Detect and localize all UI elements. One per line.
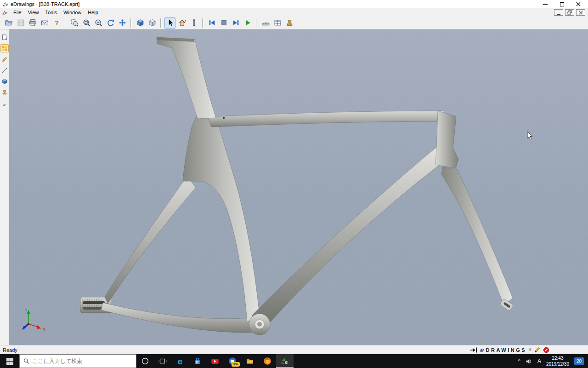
- zoom-area-button[interactable]: [81, 17, 92, 29]
- animation-previous-icon: [208, 19, 216, 27]
- window-title: eDrawings - [B38-TRACK.eprt]: [11, 1, 79, 7]
- unread-badge: 99+: [232, 362, 240, 367]
- menu-help[interactable]: Help: [85, 8, 102, 17]
- hidden-icons-chevron[interactable]: ^: [518, 358, 520, 364]
- firefox-browser-icon[interactable]: [259, 354, 276, 368]
- sheets-icon: [1, 34, 8, 40]
- 3d-drawing-view-icon: [190, 19, 198, 27]
- brand-text: DRAWINGS: [486, 347, 527, 353]
- youtube-play-icon: [210, 356, 220, 366]
- send-icon: [41, 19, 49, 27]
- mass-properties-icon: [274, 19, 282, 27]
- minimize-button[interactable]: [543, 1, 548, 7]
- toolbar-separator: [65, 18, 66, 28]
- rotate-view-button[interactable]: [105, 17, 116, 29]
- statusbar-stop-markup-icon[interactable]: [543, 347, 549, 353]
- title-bar: e eDrawings - [B38-TRACK.eprt]: [0, 0, 588, 8]
- clock-date: 2019/12/30: [546, 361, 569, 367]
- head-tube: [435, 111, 458, 168]
- 3d-drawing-view-button[interactable]: [188, 17, 199, 29]
- menu-window[interactable]: Window: [60, 8, 85, 17]
- ime-mode-indicator[interactable]: A: [537, 358, 541, 364]
- taskbar-search[interactable]: [19, 354, 136, 368]
- animation-play-button[interactable]: [242, 17, 253, 29]
- help-icon: ?: [53, 19, 61, 27]
- toolbar-separator: [130, 18, 132, 28]
- stamp-icon: [286, 19, 294, 27]
- close-icon: [576, 2, 581, 6]
- send-button[interactable]: [39, 17, 50, 29]
- firefox-icon: [263, 356, 272, 366]
- hidden-lines-view-button[interactable]: [147, 17, 158, 29]
- select-button[interactable]: [164, 17, 175, 29]
- dimensions-panel-button[interactable]: [0, 66, 9, 75]
- home-view-button[interactable]: [176, 17, 187, 29]
- shaded-view-button[interactable]: [135, 17, 146, 29]
- menu-bar: e File View Tools Window Help: [0, 8, 588, 17]
- statusbar-markup-icon[interactable]: [534, 346, 541, 353]
- file-explorer-icon[interactable]: [241, 354, 259, 368]
- folder-icon: [245, 356, 254, 366]
- animation-next-button[interactable]: [230, 17, 241, 29]
- edrawings-brand: e DRAWINGS ®: [469, 346, 549, 353]
- menu-file[interactable]: File: [10, 8, 25, 17]
- child-minimize-button[interactable]: [554, 9, 563, 16]
- pan-button[interactable]: [117, 17, 128, 29]
- registered-mark: ®: [529, 348, 531, 352]
- brand-arrow-icon: [469, 347, 477, 353]
- bottom-bracket: [249, 314, 270, 335]
- microsoft-store-icon[interactable]: [189, 354, 206, 368]
- edge-e-glyph: e: [178, 357, 183, 366]
- viewport-canvas[interactable]: Y X: [9, 29, 588, 345]
- store-bag-icon: [193, 356, 202, 366]
- edrawings-taskbar-icon[interactable]: e: [276, 354, 294, 368]
- model-tree-panel-button[interactable]: [0, 77, 9, 86]
- sheets-panel-button[interactable]: [0, 33, 9, 41]
- notification-count-badge[interactable]: 20: [574, 357, 584, 365]
- print-button[interactable]: [27, 17, 38, 29]
- volume-icon[interactable]: [526, 358, 532, 365]
- windows-taskbar: e 99+: [0, 354, 588, 368]
- zoom-button[interactable]: [93, 17, 104, 29]
- edge-browser-icon[interactable]: e: [171, 354, 189, 368]
- animation-previous-button[interactable]: [206, 17, 217, 29]
- stamps-panel-button[interactable]: [0, 88, 9, 97]
- search-icon: [23, 358, 29, 364]
- maximize-button[interactable]: [559, 1, 565, 7]
- start-button[interactable]: [0, 354, 19, 368]
- taskbar-clock[interactable]: 22:43 2019/12/30: [546, 355, 569, 367]
- child-restore-button[interactable]: [565, 9, 574, 16]
- open-button[interactable]: [3, 17, 14, 29]
- menu-tools[interactable]: Tools: [42, 8, 60, 17]
- search-input[interactable]: [32, 358, 132, 364]
- menu-view[interactable]: View: [25, 8, 42, 17]
- svg-text:e: e: [285, 359, 288, 365]
- stamps-icon: [1, 89, 8, 96]
- model-tree-icon: [1, 78, 8, 85]
- mass-properties-button[interactable]: [272, 17, 283, 29]
- animation-stop-icon: [220, 19, 228, 27]
- expand-panel-button[interactable]: »: [3, 102, 6, 107]
- chat-app-icon[interactable]: 99+: [224, 354, 241, 368]
- print-icon: [29, 19, 37, 27]
- save-button[interactable]: [15, 17, 26, 29]
- zoom-to-fit-icon: [71, 19, 79, 27]
- child-close-button[interactable]: [576, 9, 585, 16]
- stamp-button[interactable]: [284, 17, 295, 29]
- animation-next-icon: [232, 19, 240, 27]
- markup-panel-button[interactable]: [0, 55, 9, 63]
- seatpost: [157, 37, 216, 119]
- side-toolbar: »: [0, 29, 9, 345]
- animation-stop-button[interactable]: [218, 17, 229, 29]
- open-icon: [5, 19, 13, 27]
- main-toolbar: ?: [0, 17, 588, 29]
- youtube-icon[interactable]: [206, 354, 224, 368]
- task-view-button[interactable]: [154, 354, 171, 368]
- task-view-icon: [158, 356, 167, 366]
- measure-button[interactable]: [260, 17, 271, 29]
- help-button[interactable]: ?: [51, 17, 62, 29]
- cortana-button[interactable]: [136, 354, 154, 368]
- zoom-to-fit-button[interactable]: [69, 17, 80, 29]
- components-panel-button[interactable]: [0, 44, 9, 52]
- close-button[interactable]: [576, 1, 581, 7]
